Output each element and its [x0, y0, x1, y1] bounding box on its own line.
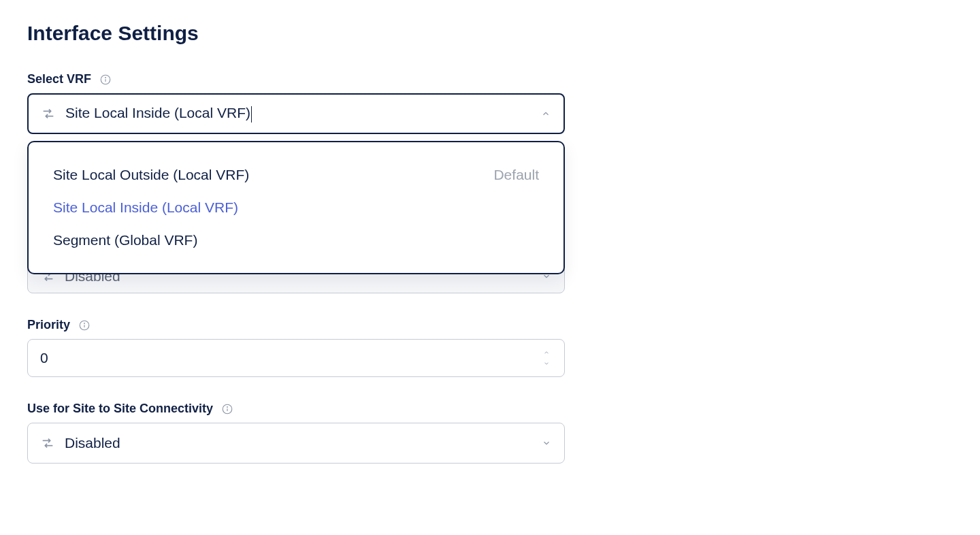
vrf-label: Select VRF: [27, 72, 91, 86]
vrf-dropdown: Site Local Outside (Local VRF) Default S…: [27, 141, 565, 274]
option-label: Site Local Outside (Local VRF): [53, 167, 249, 183]
text-cursor: [251, 106, 252, 123]
spinner-down[interactable]: [541, 359, 552, 368]
option-label: Segment (Global VRF): [53, 232, 197, 248]
svg-point-2: [105, 77, 106, 78]
option-badge: Default: [493, 167, 539, 183]
priority-input[interactable]: 0: [27, 339, 565, 377]
site-to-site-value: Disabled: [65, 435, 541, 451]
site-to-site-select[interactable]: Disabled: [27, 423, 565, 464]
priority-value: 0: [40, 350, 541, 366]
info-icon[interactable]: [78, 319, 91, 331]
spinner-up[interactable]: [541, 348, 552, 357]
svg-point-8: [227, 406, 228, 407]
page-title: Interface Settings: [27, 22, 565, 45]
vrf-option-segment[interactable]: Segment (Global VRF): [29, 224, 564, 257]
field-priority: Priority 0: [27, 318, 565, 377]
label-row: Use for Site to Site Connectivity: [27, 402, 565, 416]
info-icon[interactable]: [221, 403, 233, 415]
info-icon[interactable]: [99, 74, 112, 86]
vrf-option-inside[interactable]: Site Local Inside (Local VRF): [29, 191, 564, 224]
site-to-site-label: Use for Site to Site Connectivity: [27, 402, 213, 416]
field-site-to-site: Use for Site to Site Connectivity Disabl…: [27, 402, 565, 464]
priority-label: Priority: [27, 318, 70, 332]
chevron-up-icon: [540, 108, 551, 119]
vrf-value: Site Local Inside (Local VRF): [65, 105, 540, 122]
swap-icon: [40, 436, 55, 451]
chevron-down-icon: [541, 438, 552, 449]
vrf-option-outside[interactable]: Site Local Outside (Local VRF) Default: [29, 159, 564, 191]
svg-point-5: [84, 323, 85, 323]
vrf-select[interactable]: Site Local Inside (Local VRF): [27, 93, 565, 134]
swap-icon: [41, 106, 56, 121]
option-label: Site Local Inside (Local VRF): [53, 199, 238, 216]
settings-panel: Interface Settings Select VRF Site Local…: [0, 0, 592, 510]
label-row: Priority: [27, 318, 565, 332]
field-select-vrf: Select VRF Site Local Inside (Local VRF)…: [27, 72, 565, 134]
label-row: Select VRF: [27, 72, 565, 86]
number-spinner: [541, 348, 552, 368]
